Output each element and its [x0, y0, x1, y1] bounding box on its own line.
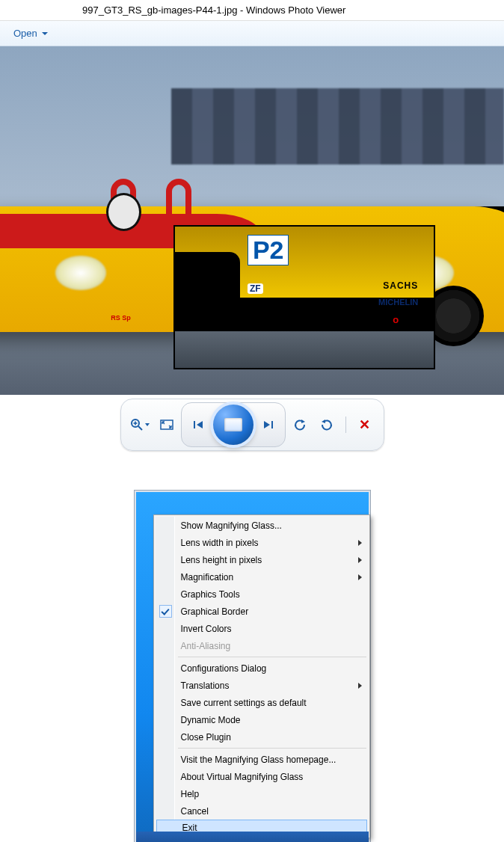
menu-item-about-virtual-magnifying-glass[interactable]: About Virtual Magnifying Glass — [156, 768, 368, 785]
magnifier-content: P2 ZF SACHS MICHELIN Mobil 1 — [175, 227, 434, 368]
car-sponsor-text: RS Sp — [111, 314, 131, 322]
desktop[interactable]: snapfiles Show Magnifying Glass...Lens w… — [135, 491, 370, 842]
submenu-arrow-icon — [358, 683, 362, 689]
delete-button[interactable]: ✕ — [352, 414, 378, 435]
svg-marker-10 — [322, 420, 325, 423]
menu-item-label: Visit the Magnifying Glass homepage... — [181, 755, 336, 765]
magnifier-lens[interactable]: P2 ZF SACHS MICHELIN Mobil 1 — [173, 225, 435, 369]
menu-item-lens-height-in-pixels[interactable]: Lens height in pixels — [156, 551, 368, 568]
svg-line-1 — [138, 426, 142, 430]
nav-pill — [181, 402, 286, 447]
actual-size-button[interactable] — [154, 414, 179, 435]
menu-item-label: Graphical Border — [181, 606, 249, 617]
menu-item-label: About Virtual Magnifying Glass — [181, 772, 304, 782]
check-icon — [159, 605, 172, 618]
mobil-logo: Mobil 1 — [384, 314, 418, 325]
zf-logo: ZF — [248, 283, 263, 294]
svg-rect-5 — [194, 421, 195, 428]
photo-viewer-window: 997_GT3_RS_gb-images-P44-1.jpg - Windows… — [0, 0, 504, 455]
rotate-ccw-icon — [293, 418, 307, 431]
menu-item-label: Help — [181, 789, 200, 799]
menu-item-label: Invert Colors — [181, 624, 232, 634]
chevron-down-icon — [42, 32, 48, 35]
submenu-arrow-icon — [358, 540, 362, 546]
taskbar[interactable]: 9/26/2013 — [136, 832, 369, 842]
menu-item-graphics-tools[interactable]: Graphics Tools — [156, 586, 368, 603]
p2-badge: P2 — [248, 235, 289, 265]
chevron-down-icon — [145, 423, 150, 426]
magnifier-icon — [130, 418, 144, 431]
rotate-cw-button[interactable] — [314, 414, 339, 435]
rotate-cw-icon — [320, 418, 334, 431]
menu-item-label: Magnification — [181, 572, 234, 583]
next-button[interactable] — [255, 414, 280, 435]
menu-item-label: Dynamic Mode — [181, 715, 241, 725]
menu-item-label: Save current settings as default — [181, 698, 307, 708]
menu-item-help[interactable]: Help — [156, 785, 368, 802]
menu-item-label: Configurations Dialog — [181, 663, 267, 674]
menu-separator — [178, 748, 366, 749]
menu-item-graphical-border[interactable]: Graphical Border — [156, 603, 368, 620]
menu-item-anti-aliasing: Anti-Aliasing — [156, 637, 368, 654]
menu-separator — [178, 657, 366, 657]
menu-item-label: Translations — [181, 680, 230, 691]
slideshow-icon — [224, 418, 242, 431]
menu-item-configurations-dialog[interactable]: Configurations Dialog — [156, 660, 368, 677]
control-tray: ✕ — [120, 399, 384, 451]
menu-item-label: Lens width in pixels — [181, 538, 259, 548]
menu-item-label: Close Plugin — [181, 732, 231, 743]
menu-item-show-magnifying-glass[interactable]: Show Magnifying Glass... — [156, 517, 368, 534]
menu-item-lens-width-in-pixels[interactable]: Lens width in pixels — [156, 534, 368, 551]
svg-marker-6 — [197, 421, 203, 428]
next-icon — [261, 420, 274, 430]
menu-item-label: Anti-Aliasing — [181, 641, 231, 651]
submenu-arrow-icon — [358, 574, 362, 580]
second-screenshot-wrapper: snapfiles Show Magnifying Glass...Lens w… — [0, 455, 504, 842]
rotate-ccw-button[interactable] — [287, 414, 313, 435]
fit-icon — [159, 419, 174, 431]
open-menu[interactable]: Open — [13, 28, 48, 39]
svg-marker-7 — [264, 421, 270, 428]
context-menu: Show Magnifying Glass...Lens width in pi… — [153, 514, 370, 838]
svg-rect-8 — [271, 421, 273, 428]
menu-item-save-current-settings-as-default[interactable]: Save current settings as default — [156, 694, 368, 711]
menu-item-label: Show Magnifying Glass... — [181, 520, 282, 531]
menu-item-visit-the-magnifying-glass-homepage[interactable]: Visit the Magnifying Glass homepage... — [156, 751, 368, 768]
menu-item-cancel[interactable]: Cancel — [156, 802, 368, 820]
previous-button[interactable] — [186, 414, 212, 435]
open-menu-label: Open — [13, 28, 37, 39]
slideshow-button[interactable] — [213, 405, 253, 445]
menu-item-magnification[interactable]: Magnification — [156, 568, 368, 586]
separator — [345, 417, 346, 433]
menu-item-dynamic-mode[interactable]: Dynamic Mode — [156, 711, 368, 728]
menu-bar: Open — [0, 21, 504, 46]
image-viewport[interactable]: RS Sp P2 ZF SACHS MICHELIN Mobil 1 — [0, 46, 504, 395]
sachs-logo: SACHS — [383, 280, 418, 291]
submenu-arrow-icon — [358, 557, 362, 563]
menu-item-label: Graphics Tools — [181, 589, 240, 600]
prev-icon — [192, 420, 206, 430]
zoom-button[interactable] — [127, 414, 153, 435]
menu-item-close-plugin[interactable]: Close Plugin — [156, 728, 368, 746]
menu-item-label: Lens height in pixels — [181, 555, 262, 565]
control-bar: ✕ — [0, 395, 504, 455]
window-title: 997_GT3_RS_gb-images-P44-1.jpg - Windows… — [0, 0, 504, 21]
menu-item-label: Cancel — [181, 806, 209, 817]
delete-icon: ✕ — [359, 417, 370, 433]
michelin-logo: MICHELIN — [378, 298, 418, 307]
menu-item-translations[interactable]: Translations — [156, 677, 368, 694]
svg-marker-9 — [301, 420, 305, 423]
menu-item-invert-colors[interactable]: Invert Colors — [156, 620, 368, 637]
